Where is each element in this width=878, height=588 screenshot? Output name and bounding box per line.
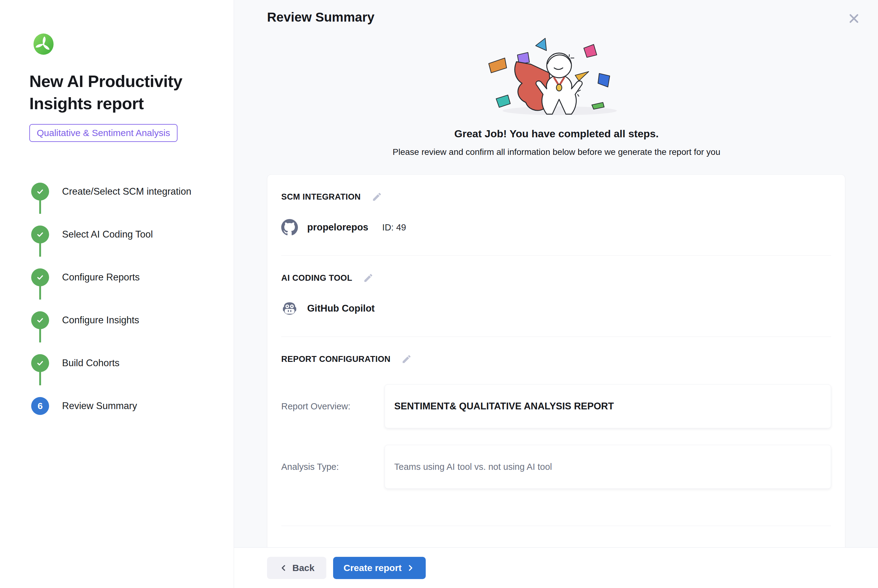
step-build-cohorts[interactable]: Build Cohorts	[29, 342, 221, 385]
edit-scm-button[interactable]	[371, 190, 383, 203]
back-button-label: Back	[292, 563, 314, 573]
celebration-illustration	[470, 36, 643, 118]
step-configure-insights[interactable]: Configure Insights	[29, 299, 221, 342]
report-overview-row: Report Overview: SENTIMENT& QUALITATIVE …	[281, 384, 831, 428]
github-copilot-icon	[281, 300, 298, 317]
report-overview-value-box: SENTIMENT& QUALITATIVE ANALYSIS REPORT	[385, 384, 831, 428]
report-overview-value: SENTIMENT& QUALITATIVE ANALYSIS REPORT	[394, 401, 614, 412]
ai-tool-section-title: AI CODING TOOL	[281, 273, 352, 283]
wizard-stepper: Create/Select SCM integration Select AI …	[29, 170, 221, 428]
step-check-circle	[31, 268, 49, 286]
report-overview-label: Report Overview:	[281, 401, 385, 411]
scm-integration-section: SCM INTEGRATION propelorepos ID: 49	[268, 175, 845, 255]
wizard-sidebar: New AI Productivity Insights report Qual…	[0, 0, 234, 588]
scm-integration-row: propelorepos ID: 49	[281, 219, 831, 255]
analysis-type-label: Analysis Type:	[281, 462, 385, 472]
edit-report-config-button[interactable]	[400, 353, 413, 365]
back-button[interactable]: Back	[267, 557, 326, 579]
step-configure-reports[interactable]: Configure Reports	[29, 256, 221, 299]
analysis-type-row: Analysis Type: Teams using AI tool vs. n…	[281, 445, 831, 489]
report-config-section-title: REPORT CONFIGURATION	[281, 354, 391, 364]
step-check-circle	[31, 225, 49, 243]
completion-heading: Great Job! You have completed all steps.	[267, 128, 846, 140]
analysis-type-badge: Qualitative & Sentiment Analysis	[29, 124, 177, 142]
scm-integration-id: ID: 49	[382, 222, 406, 232]
ai-tool-row: GitHub Copilot	[281, 300, 831, 337]
check-icon	[36, 358, 45, 368]
step-label: Configure Insights	[62, 315, 139, 326]
analysis-type-value: Teams using AI tool vs. not using AI too…	[394, 462, 552, 472]
scm-integration-name: propelorepos	[307, 222, 368, 233]
step-check-circle	[31, 183, 49, 201]
edit-ai-tool-button[interactable]	[362, 272, 374, 284]
create-report-button[interactable]: Create report	[333, 557, 426, 579]
report-configuration-section: REPORT CONFIGURATION Report Overview: SE…	[268, 337, 845, 526]
step-label: Select AI Coding Tool	[62, 229, 153, 240]
pencil-icon	[363, 273, 374, 283]
report-title: New AI Productivity Insights report	[29, 70, 196, 115]
propeller-logo	[32, 33, 55, 56]
ai-tool-name: GitHub Copilot	[307, 303, 375, 314]
github-icon	[281, 219, 298, 236]
step-number-circle: 6	[31, 397, 49, 415]
summary-card: SCM INTEGRATION propelorepos ID: 49	[267, 174, 845, 547]
app-window: New AI Productivity Insights report Qual…	[0, 0, 878, 588]
analysis-type-value-box: Teams using AI tool vs. not using AI too…	[385, 445, 831, 489]
step-label: Configure Reports	[62, 272, 140, 283]
step-create-select-scm[interactable]: Create/Select SCM integration	[29, 170, 221, 213]
completion-hero: Great Job! You have completed all steps.…	[267, 36, 846, 157]
step-review-summary[interactable]: 6 Review Summary	[29, 385, 221, 428]
step-label: Review Summary	[62, 400, 137, 411]
step-number: 6	[38, 401, 43, 411]
check-icon	[36, 316, 45, 325]
check-icon	[36, 187, 45, 196]
step-select-ai-tool[interactable]: Select AI Coding Tool	[29, 213, 221, 256]
step-check-circle	[31, 354, 49, 372]
completion-subheading: Please review and confirm all informatio…	[267, 147, 846, 157]
ai-coding-tool-section: AI CODING TOOL	[268, 256, 845, 337]
pencil-icon	[372, 192, 382, 202]
check-icon	[36, 273, 45, 282]
check-icon	[36, 230, 45, 239]
step-label: Create/Select SCM integration	[62, 186, 191, 197]
chevron-left-icon	[279, 563, 288, 573]
review-summary-panel: Review Summary	[234, 0, 878, 588]
chevron-right-icon	[406, 563, 415, 573]
pencil-icon	[401, 354, 412, 364]
scm-section-title: SCM INTEGRATION	[281, 192, 361, 202]
review-content: Review Summary	[234, 0, 878, 547]
create-report-button-label: Create report	[344, 563, 401, 573]
step-label: Build Cohorts	[62, 357, 119, 369]
page-title: Review Summary	[267, 10, 846, 25]
step-check-circle	[31, 311, 49, 329]
wizard-footer: Back Create report	[234, 547, 878, 588]
